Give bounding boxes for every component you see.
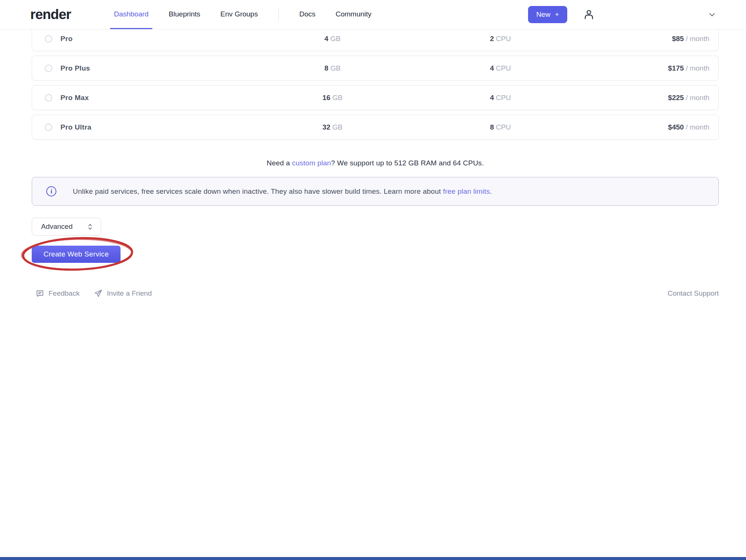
paper-plane-icon <box>94 289 103 298</box>
plan-cpu: 4 CPU <box>424 64 577 72</box>
plan-radio[interactable] <box>45 124 52 131</box>
plan-radio[interactable] <box>45 35 52 43</box>
free-plan-info-banner: i Unlike paid services, free services sc… <box>32 177 719 206</box>
advanced-label: Advanced <box>41 223 73 231</box>
plan-cpu: 4 CPU <box>424 94 577 102</box>
top-nav: render Dashboard Blueprints Env Groups D… <box>0 0 746 29</box>
plan-name: Pro <box>60 35 73 43</box>
plan-name: Pro Max <box>60 94 89 102</box>
plan-row-pro-max[interactable]: Pro Max 16 GB 4 CPU $225 / month <box>32 85 719 110</box>
plan-ram: 16 GB <box>241 94 424 102</box>
unfold-icon <box>86 223 94 231</box>
custom-plan-note: Need a custom plan? We support up to 512… <box>32 159 719 167</box>
plan-radio[interactable] <box>45 94 52 102</box>
nav-item-community[interactable]: Community <box>332 0 375 29</box>
advanced-toggle[interactable]: Advanced <box>32 218 101 236</box>
plan-price: $175 / month <box>577 64 718 72</box>
page-footer: Feedback Invite a Friend Contact Support <box>32 289 719 298</box>
plan-name: Pro Ultra <box>60 123 91 131</box>
nav-item-env-groups[interactable]: Env Groups <box>217 0 262 29</box>
custom-plan-link[interactable]: custom plan <box>292 159 331 167</box>
contact-support-link[interactable]: Contact Support <box>668 289 719 298</box>
render-logo[interactable]: render <box>30 7 71 22</box>
plan-ram: 8 GB <box>241 64 424 72</box>
nav-divider <box>278 8 279 21</box>
free-plan-limits-link[interactable]: free plan limits <box>443 187 490 195</box>
plan-price: $85 / month <box>577 35 718 43</box>
plan-name: Pro Plus <box>60 64 90 72</box>
plan-cpu: 2 CPU <box>424 35 577 43</box>
plan-row-pro[interactable]: Pro 4 GB 2 CPU $85 / month <box>32 29 719 51</box>
plan-ram: 32 GB <box>241 123 424 131</box>
new-button-label: New <box>536 10 550 19</box>
feedback-icon <box>35 289 44 298</box>
nav-item-blueprints[interactable]: Blueprints <box>165 0 204 29</box>
invite-friend-link[interactable]: Invite a Friend <box>94 289 152 298</box>
nav-item-dashboard[interactable]: Dashboard <box>110 0 152 29</box>
plus-icon: + <box>555 10 559 19</box>
info-banner-text: Unlike paid services, free services scal… <box>73 187 492 196</box>
plan-price: $450 / month <box>577 123 718 131</box>
main-nav: Dashboard Blueprints Env Groups Docs Com… <box>104 0 381 29</box>
plan-radio[interactable] <box>45 65 52 72</box>
nav-item-docs[interactable]: Docs <box>296 0 319 29</box>
create-area: Create Web Service <box>32 246 719 263</box>
plan-ram: 4 GB <box>241 35 424 43</box>
header-right-cluster: New + <box>528 6 717 23</box>
main-content: Pro 4 GB 2 CPU $85 / month Pro Plus 8 GB… <box>0 29 746 298</box>
plan-cpu: 8 CPU <box>424 123 577 131</box>
plan-list: Pro 4 GB 2 CPU $85 / month Pro Plus 8 GB… <box>32 29 719 144</box>
plan-row-pro-ultra[interactable]: Pro Ultra 32 GB 8 CPU $450 / month <box>32 115 719 140</box>
plan-price: $225 / month <box>577 94 718 102</box>
create-web-service-button[interactable]: Create Web Service <box>32 246 121 263</box>
new-button[interactable]: New + <box>528 6 567 23</box>
bottom-taskbar-edge <box>0 557 746 560</box>
chevron-down-icon[interactable] <box>708 10 717 19</box>
user-avatar-icon[interactable] <box>582 8 596 21</box>
info-icon: i <box>46 186 56 196</box>
feedback-link[interactable]: Feedback <box>35 289 79 298</box>
plan-row-pro-plus[interactable]: Pro Plus 8 GB 4 CPU $175 / month <box>32 56 719 81</box>
